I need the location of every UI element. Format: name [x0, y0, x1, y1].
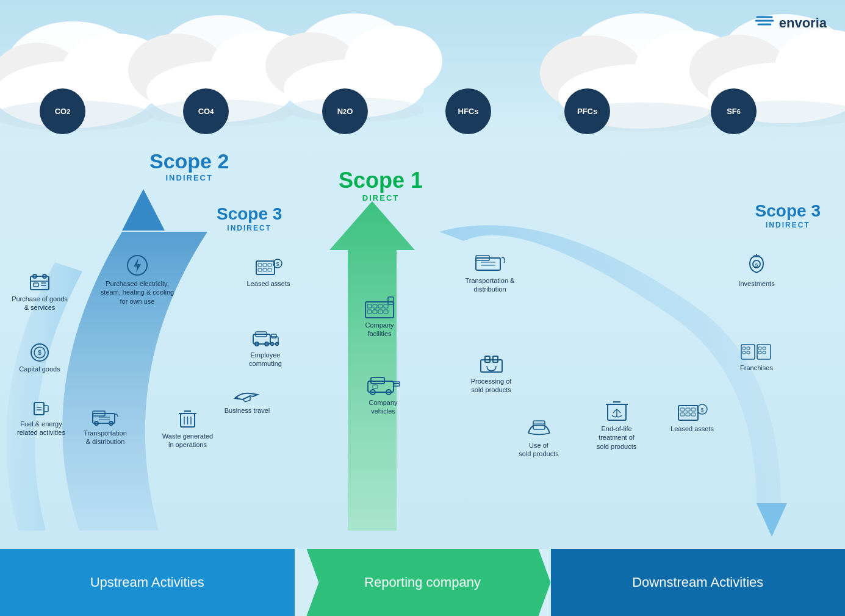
svg-rect-82: [378, 310, 383, 313]
svg-rect-41: [44, 406, 48, 412]
svg-rect-76: [367, 304, 372, 308]
downstream-label: Downstream Activities: [632, 575, 763, 590]
item-purchase-goods: Purchase of goods& services: [9, 271, 70, 312]
svg-rect-61: [268, 263, 271, 267]
logo-icon: [755, 12, 774, 34]
vehicles-label: Companyvehicles: [353, 398, 414, 416]
svg-rect-106: [691, 408, 696, 411]
svg-rect-84: [388, 297, 394, 304]
facilities-label: Companyfacilities: [349, 321, 410, 338]
svg-rect-34: [34, 283, 38, 287]
svg-rect-60: [263, 263, 267, 267]
item-transport-left: Transportation& distribution: [73, 409, 137, 446]
svg-rect-117: [743, 347, 746, 349]
item-franchises: Franchises: [723, 338, 790, 372]
svg-marker-28: [122, 189, 165, 231]
fuel-energy-label: Fuel & energyrelated activities: [9, 420, 73, 437]
svg-text:$: $: [38, 349, 41, 356]
n2o-bubble: N2O: [322, 88, 368, 134]
svg-rect-107: [680, 413, 685, 416]
item-use-products: Use ofsold products: [508, 418, 569, 459]
item-leased-left: $ Leased assets: [238, 256, 299, 288]
item-transport-right: Transportation &distribution: [456, 253, 523, 294]
svg-rect-92: [476, 258, 500, 270]
svg-rect-59: [258, 263, 262, 267]
svg-rect-64: [268, 268, 271, 271]
svg-marker-29: [757, 503, 787, 537]
item-electricity: Purchased electricity,steam, heating & c…: [95, 253, 180, 306]
svg-rect-81: [373, 310, 377, 313]
item-commuting: Employeecommuting: [232, 329, 299, 368]
processing-label: Processing ofsold products: [458, 377, 525, 395]
svg-rect-104: [680, 408, 685, 411]
svg-rect-118: [747, 347, 750, 349]
bottom-banner: Upstream Activities Reporting company Do…: [0, 549, 845, 616]
svg-rect-83: [384, 310, 388, 313]
svg-rect-125: [763, 351, 766, 354]
svg-marker-57: [134, 258, 141, 273]
arrows-svg: [0, 140, 845, 549]
item-end-of-life: End-of-lifetreatment ofsold products: [584, 399, 649, 451]
svg-rect-109: [691, 413, 696, 416]
svg-rect-79: [384, 304, 388, 308]
banner-downstream: Downstream Activities: [551, 549, 846, 616]
end-of-life-label: End-of-lifetreatment ofsold products: [584, 424, 649, 451]
use-products-label: Use ofsold products: [508, 441, 569, 459]
co2-bubble: CO2: [40, 88, 85, 134]
svg-rect-72: [271, 334, 276, 338]
investments-label: Investments: [726, 279, 787, 288]
svg-rect-80: [367, 310, 372, 313]
svg-rect-108: [686, 413, 690, 416]
item-processing: Processing ofsold products: [458, 354, 525, 395]
capital-goods-label: Capital goods: [9, 365, 70, 373]
leased-left-label: Leased assets: [238, 279, 299, 288]
svg-rect-120: [747, 351, 750, 354]
item-company-vehicles: Companyvehicles: [353, 375, 414, 416]
transport-right-label: Transportation &distribution: [456, 276, 523, 294]
leased-right-label: Leased assets: [660, 424, 724, 433]
svg-rect-77: [373, 304, 377, 308]
sf6-bubble: SF6: [711, 88, 757, 134]
svg-rect-119: [743, 351, 746, 354]
svg-rect-122: [758, 347, 761, 349]
electricity-label: Purchased electricity,steam, heating & c…: [95, 279, 180, 306]
svg-rect-58: [256, 261, 275, 274]
purchase-goods-label: Purchase of goods& services: [9, 295, 70, 312]
svg-rect-123: [763, 347, 766, 349]
svg-rect-91: [373, 385, 378, 389]
item-company-facilities: Companyfacilities: [349, 296, 410, 338]
co4-bubble: CO4: [183, 88, 229, 134]
svg-rect-105: [686, 408, 690, 411]
commuting-label: Employeecommuting: [232, 351, 299, 368]
item-leased-right: $ Leased assets: [660, 399, 724, 433]
svg-text:$: $: [276, 261, 279, 267]
svg-rect-124: [758, 351, 761, 354]
business-travel-label: Business travel: [214, 406, 281, 415]
svg-text:$: $: [755, 262, 758, 268]
hfcs-bubble: HFCs: [445, 88, 491, 134]
svg-rect-40: [34, 403, 44, 415]
item-capital-goods: $ Capital goods: [9, 342, 70, 373]
transport-left-label: Transportation& distribution: [73, 429, 137, 446]
banner-upstream: Upstream Activities: [0, 549, 295, 616]
logo-text: envoria: [779, 15, 827, 31]
item-business-travel: Business travel: [214, 387, 281, 415]
item-waste: Waste generatedin operations: [156, 409, 220, 449]
logo: envoria: [755, 12, 827, 34]
svg-rect-63: [263, 268, 267, 271]
svg-rect-96: [481, 360, 502, 372]
item-fuel-energy: Fuel & energyrelated activities: [9, 396, 73, 437]
banner-reporting: Reporting company: [295, 549, 551, 616]
pfcs-bubble: PFCs: [564, 88, 610, 134]
item-investments: $ Investments: [726, 253, 787, 288]
upstream-label: Upstream Activities: [90, 575, 204, 590]
svg-rect-62: [258, 268, 262, 271]
svg-rect-30: [31, 276, 49, 290]
reporting-label: Reporting company: [364, 575, 481, 590]
waste-label: Waste generatedin operations: [156, 432, 220, 449]
svg-rect-78: [378, 304, 383, 308]
svg-text:$: $: [700, 407, 703, 413]
franchises-label: Franchises: [723, 364, 790, 372]
